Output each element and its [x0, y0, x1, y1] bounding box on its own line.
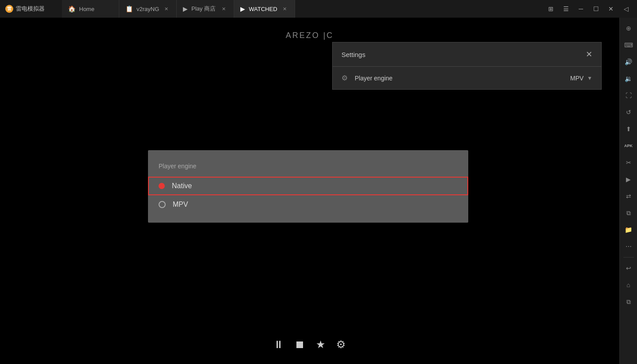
bottom-controls: ⏸ ⏹ ★ ⚙	[273, 338, 346, 351]
watched-tab-icon: ▶	[240, 5, 245, 12]
v2rayng-tab-icon: 📋	[125, 5, 133, 12]
player-engine-dropdown: Player engine Native MPV	[148, 150, 468, 223]
tab-play-close[interactable]: ✕	[220, 5, 228, 13]
tab-play-label: Play 商店	[191, 5, 216, 13]
scissors-icon[interactable]: ✂	[622, 155, 636, 170]
window-controls: ⊞ ☰ ─ ☐ ✕ ◁	[540, 2, 637, 15]
video-play-icon[interactable]: ▶	[622, 172, 636, 186]
tab-play[interactable]: ▶ Play 商店 ✕	[177, 0, 234, 18]
expand-icon[interactable]: ⛶	[622, 88, 636, 102]
dropdown-item-mpv[interactable]: MPV	[148, 195, 468, 214]
native-radio	[159, 183, 165, 189]
tab-watched-label: WATCHED	[249, 6, 277, 12]
app-logo: 雷 雷电模拟器	[0, 5, 62, 13]
tab-watched[interactable]: ▶ WATCHED ✕	[234, 0, 295, 18]
dropdown-arrow-icon: ▼	[587, 75, 592, 81]
gamepad-icon[interactable]: ⊕	[622, 21, 636, 35]
app-name: 雷电模拟器	[16, 5, 45, 13]
sidebar-divider	[623, 257, 634, 258]
stop-button[interactable]: ⏹	[295, 338, 305, 351]
app-title: AREZO |C	[286, 31, 334, 40]
sync-icon[interactable]: ⇄	[622, 189, 636, 203]
dropdown-item-native[interactable]: Native	[148, 177, 468, 195]
player-engine-current: MPV	[570, 75, 584, 82]
tab-v2rayng-label: v2rayNG	[136, 6, 159, 12]
mpv-label: MPV	[173, 201, 188, 209]
settings-header: Settings ✕	[333, 42, 601, 67]
home-nav-icon[interactable]: ⌂	[622, 278, 636, 292]
titlebar: 雷 雷电模拟器 🏠 Home 📋 v2rayNG ✕ ▶ Play 商店 ✕ ▶…	[0, 0, 637, 18]
native-label: Native	[172, 182, 192, 190]
back-titlebar-btn[interactable]: ◁	[619, 2, 633, 15]
mpv-radio	[159, 201, 166, 208]
close-btn[interactable]: ✕	[604, 2, 618, 15]
pause-button[interactable]: ⏸	[273, 338, 284, 351]
copy-icon[interactable]: ⧉	[622, 206, 636, 220]
player-engine-row[interactable]: ⚙ Player engine MPV ▼	[333, 67, 601, 89]
settings-close-button[interactable]: ✕	[586, 49, 592, 59]
settings-button[interactable]: ⚙	[336, 338, 346, 351]
more-icon[interactable]: ⋯	[622, 239, 636, 254]
volume-down-icon[interactable]: 🔉	[622, 72, 636, 86]
play-tab-icon: ▶	[183, 5, 188, 12]
settings-panel: Settings ✕ ⚙ Player engine MPV ▼	[332, 42, 602, 90]
tab-v2rayng-close[interactable]: ✕	[163, 5, 170, 13]
keyboard-icon[interactable]: ⌨	[622, 38, 636, 52]
player-engine-value: MPV ▼	[570, 75, 592, 82]
video-area: AREZO |C Settings ✕ ⚙ Player engine MPV …	[0, 18, 619, 364]
logo-icon: 雷	[5, 5, 13, 13]
sliders-icon: ⚙	[341, 74, 348, 82]
player-engine-label: Player engine	[355, 75, 563, 82]
minimize-btn[interactable]: ─	[574, 2, 588, 15]
right-sidebar: ⊕ ⌨ 🔊 🔉 ⛶ ↺ ⬆ APK ✂ ▶ ⇄ ⧉ 📁 ⋯ ↩ ⌂ ⧉	[619, 18, 637, 364]
home-tab-icon: 🏠	[68, 5, 76, 12]
dropdown-header: Player engine	[148, 159, 468, 177]
tab-home-label: Home	[79, 6, 95, 12]
tab-home[interactable]: 🏠 Home	[62, 0, 119, 18]
menu-titlebar-btn[interactable]: ☰	[559, 2, 573, 15]
settings-title: Settings	[341, 51, 365, 58]
multiwindow-nav-icon[interactable]: ⧉	[622, 295, 636, 309]
tab-bar: 🏠 Home 📋 v2rayNG ✕ ▶ Play 商店 ✕ ▶ WATCHED…	[62, 0, 540, 18]
folder-icon[interactable]: 📁	[622, 223, 636, 237]
star-button[interactable]: ★	[316, 338, 326, 351]
tab-watched-close[interactable]: ✕	[281, 5, 288, 13]
rotate-icon[interactable]: ↺	[622, 105, 636, 119]
import-icon[interactable]: ⬆	[622, 122, 636, 136]
back-nav-icon[interactable]: ↩	[622, 261, 636, 275]
tab-v2rayng[interactable]: 📋 v2rayNG ✕	[119, 0, 177, 18]
apk-icon[interactable]: APK	[622, 139, 636, 153]
maximize-btn[interactable]: ☐	[589, 2, 603, 15]
main-area: AREZO |C Settings ✕ ⚙ Player engine MPV …	[0, 18, 637, 364]
gamepad-titlebar-btn[interactable]: ⊞	[544, 2, 557, 15]
volume-up-icon[interactable]: 🔊	[622, 55, 636, 69]
